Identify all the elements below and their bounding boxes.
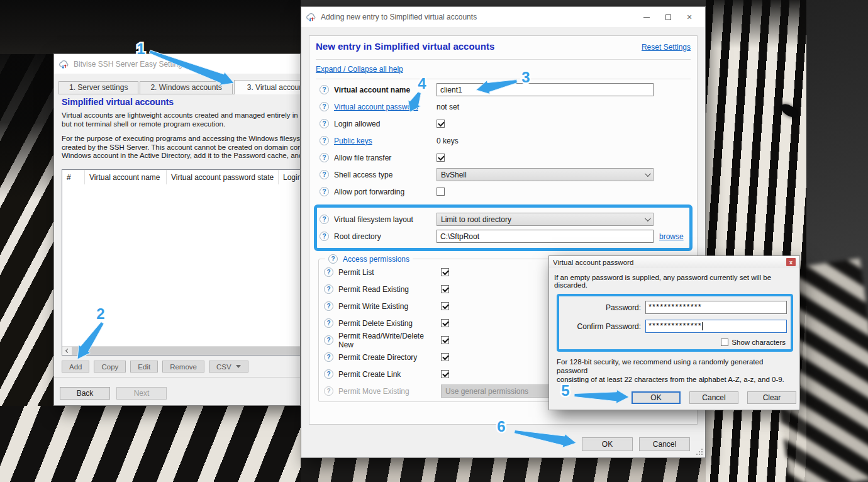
entry-ok-button[interactable]: OK <box>582 437 633 451</box>
filesystem-layout-select[interactable]: Limit to root directory <box>437 213 654 226</box>
table-horizontal-scrollbar[interactable] <box>62 346 301 355</box>
scrollbar-left-arrow[interactable] <box>62 347 72 355</box>
permit-read-existing-checkbox[interactable] <box>441 285 449 293</box>
access-permissions-legend: ? Access permissions <box>325 254 413 264</box>
next-button[interactable]: Next <box>116 387 167 400</box>
public-keys-link[interactable]: Public keys <box>334 137 372 145</box>
column-header-account-name[interactable]: Virtual account name <box>85 170 167 184</box>
permit-write-existing-checkbox[interactable] <box>441 302 449 310</box>
help-icon[interactable]: ? <box>324 284 333 294</box>
permit-list-checkbox[interactable] <box>441 268 449 276</box>
minimize-icon <box>643 17 650 18</box>
tab-server-settings[interactable]: 1. Server settings <box>58 81 138 94</box>
field-row-account-password: ? Virtual account password not set <box>316 98 691 115</box>
root-directory-label: Root directory <box>334 232 437 241</box>
help-icon[interactable]: ? <box>320 136 329 145</box>
password-ok-button[interactable]: OK <box>632 391 681 404</box>
help-icon[interactable]: ? <box>324 335 333 345</box>
reset-settings-link[interactable]: Reset Settings <box>642 43 691 52</box>
virtual-account-password-link[interactable]: Virtual account password <box>334 103 418 111</box>
permit-create-link-checkbox[interactable] <box>441 370 449 378</box>
permit-create-directory-checkbox[interactable] <box>441 353 449 361</box>
help-icon[interactable]: ? <box>320 102 329 111</box>
password-input[interactable]: ************** <box>645 301 787 314</box>
root-directory-input[interactable] <box>437 230 654 243</box>
browse-link[interactable]: browse <box>659 232 684 241</box>
column-header-password-state[interactable]: Virtual account password state <box>167 170 279 184</box>
access-permissions-label[interactable]: Access permissions <box>343 255 409 264</box>
scrollbar-thumb[interactable] <box>72 347 301 355</box>
help-icon[interactable]: ? <box>320 85 329 94</box>
column-header-number[interactable]: # <box>62 170 85 184</box>
password-clear-button[interactable]: Clear <box>747 391 796 404</box>
close-button[interactable]: × <box>679 9 700 25</box>
account-name-input[interactable] <box>437 83 654 96</box>
virtual-accounts-intro-text: Virtual accounts are lightweight account… <box>62 111 300 128</box>
password-security-note: For 128-bit security, we recommend using… <box>557 357 793 384</box>
resize-grip[interactable] <box>695 447 703 455</box>
csv-button[interactable]: CSV <box>209 361 248 373</box>
field-row-shell-access: ? Shell access type BvShell <box>316 166 691 183</box>
password-highlight-box: Password: ************** Confirm Passwor… <box>557 294 793 352</box>
field-row-login-allowed: ? Login allowed <box>316 115 691 132</box>
zebra-stripes-bottom-mid <box>301 457 706 482</box>
back-button[interactable]: Back <box>60 387 110 400</box>
password-cancel-button[interactable]: Cancel <box>689 391 738 404</box>
tab-windows-accounts[interactable]: 2. Windows accounts <box>140 81 232 94</box>
easy-settings-title: Bitvise SSH Server Easy Settings <box>74 60 186 69</box>
password-label: Password: <box>563 303 641 312</box>
login-allowed-label: Login allowed <box>334 120 437 128</box>
shell-access-select[interactable]: BvShell <box>437 168 654 181</box>
help-icon[interactable]: ? <box>320 232 329 241</box>
confirm-password-input[interactable]: ************** <box>645 320 787 333</box>
tab-virtual-accounts[interactable]: 3. Virtual accounts <box>234 80 301 94</box>
help-icon[interactable]: ? <box>324 369 333 379</box>
column-header-login-allowed[interactable]: Login allowed <box>279 170 301 184</box>
permit-rwd-new-checkbox[interactable] <box>441 336 449 344</box>
permit-read-existing-label: Permit Read Existing <box>338 285 441 294</box>
help-icon[interactable]: ? <box>324 352 333 362</box>
chevron-left-icon <box>65 349 70 353</box>
password-dialog-close-button[interactable]: x <box>786 258 796 266</box>
help-icon[interactable]: ? <box>320 153 329 162</box>
password-warning-text: If an empty password is supplied, any pa… <box>554 274 793 289</box>
port-forwarding-checkbox[interactable] <box>437 188 445 196</box>
help-icon[interactable]: ? <box>324 267 333 277</box>
minimize-button[interactable] <box>636 9 657 25</box>
remove-button[interactable]: Remove <box>162 361 204 373</box>
permit-delete-existing-checkbox[interactable] <box>441 319 449 327</box>
copy-button[interactable]: Copy <box>94 361 126 373</box>
entry-dialog-footer: OK Cancel <box>582 437 690 451</box>
help-icon[interactable]: ? <box>320 119 329 128</box>
simplified-virtual-accounts-heading: Simplified virtual accounts <box>62 97 174 107</box>
field-row-root-directory: ? Root directory browse <box>317 228 689 245</box>
add-button[interactable]: Add <box>62 361 89 373</box>
login-allowed-checkbox[interactable] <box>437 120 445 128</box>
entry-dialog-titlebar: Adding new entry to Simplified virtual a… <box>301 7 705 27</box>
help-icon[interactable]: ? <box>320 215 329 224</box>
help-icon[interactable]: ? <box>328 254 338 264</box>
confirm-password-label: Confirm Password: <box>563 322 641 331</box>
permit-create-directory-label: Permit Create Directory <box>338 353 441 362</box>
help-icon[interactable]: ? <box>324 318 333 328</box>
help-icon[interactable]: ? <box>320 187 329 196</box>
easy-settings-window: Bitvise SSH Server Easy Settings 1. Serv… <box>53 53 301 406</box>
show-characters-checkbox[interactable] <box>721 339 728 346</box>
file-transfer-label: Allow file transfer <box>334 154 437 162</box>
permit-list-label: Permit List <box>338 268 441 277</box>
permit-move-existing-label: Permit Move Existing <box>338 387 441 396</box>
entry-heading: New entry in Simplified virtual accounts <box>316 41 494 52</box>
close-icon: × <box>687 13 692 21</box>
file-transfer-checkbox[interactable] <box>437 154 445 162</box>
help-icon[interactable]: ? <box>324 386 333 396</box>
help-icon[interactable]: ? <box>324 301 333 311</box>
maximize-button[interactable] <box>657 9 679 25</box>
window-caption-buttons: × <box>636 9 700 25</box>
account-list-buttons: Add Copy Edit Remove CSV <box>62 361 248 373</box>
password-dialog-titlebar: Virtual account password x <box>549 256 799 268</box>
edit-button[interactable]: Edit <box>130 361 158 373</box>
password-dialog-title: Virtual account password <box>553 259 633 266</box>
help-icon[interactable]: ? <box>320 170 329 179</box>
entry-cancel-button[interactable]: Cancel <box>639 437 690 451</box>
expand-collapse-help-link[interactable]: Expand / Collapse all help <box>316 65 403 74</box>
